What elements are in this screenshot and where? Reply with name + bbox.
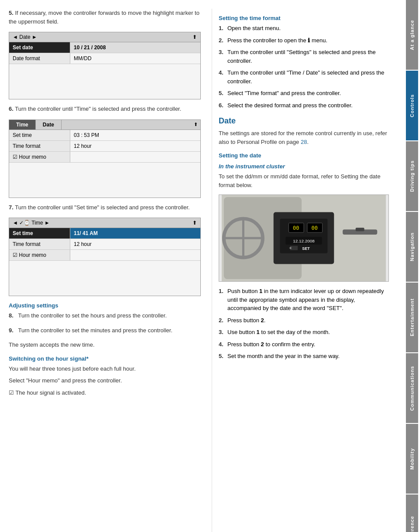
switching-text: You will hear three tones just before ea… [9, 365, 201, 373]
sidebar-tab-entertainment[interactable]: Entertainment [406, 283, 418, 352]
svg-text:00: 00 [293, 225, 299, 231]
mockup2-row-2: Time format 12 hour [9, 141, 200, 152]
tf-step-5-text: Select "Time format" and press the contr… [227, 89, 341, 98]
mockup3-row3-left: ☑ Hour memo [9, 250, 70, 260]
mockup3-row2-left: Time format [9, 239, 70, 249]
tf-step-6-text: Select the desired format and press the … [227, 101, 353, 110]
tf-step-4: 4. Turn the controller until "Time / Dat… [219, 68, 389, 85]
mockup1-row1-left: Set date [9, 42, 70, 53]
mockup2-empty [9, 163, 200, 198]
mockup1-row-2: Date format MM/DD [9, 53, 200, 64]
cs-step-1: 1. Push button 1 in the turn indicator l… [219, 287, 389, 313]
adjusting-heading: Adjusting settings [9, 302, 201, 309]
svg-text:12.12.2008: 12.12.2008 [293, 239, 315, 243]
sidebar-tab-mobility[interactable]: Mobility [406, 424, 418, 494]
tf-step-6: 6. Select the desired format and press t… [219, 101, 389, 110]
tf-step-3-num: 3. [219, 48, 227, 65]
date-text: The settings are stored for the remote c… [219, 129, 389, 146]
mockup1-empty [9, 64, 200, 99]
cs-step-5-num: 5. [219, 352, 227, 361]
sidebar-tab-navigation[interactable]: Navigation [406, 212, 418, 282]
step-9-number: 9. [9, 327, 14, 334]
mockup2-row3-left: ☑ Hour memo [9, 152, 70, 162]
cs-step-4-text: Press button 2 to confirm the entry. [227, 340, 315, 349]
sidebar-tab-communications[interactable]: Communications [406, 353, 418, 423]
date-text2: . [307, 139, 309, 145]
mockup2-row1-left: Set time [9, 130, 70, 140]
step-7-number: 7. [9, 204, 14, 211]
svg-text:00: 00 [312, 225, 318, 231]
mockup3-row-1: Set time 11/ 41 AM [9, 228, 200, 239]
tf-step-4-text: Turn the controller until "Time / Date" … [227, 68, 389, 85]
mockup2-row1-right: 03 : 53 PM [70, 130, 200, 140]
step-9-text: Turn the controller to set the minutes a… [18, 327, 172, 334]
svg-rect-17 [356, 228, 364, 231]
cluster-steps: 1. Push button 1 in the turn indicator l… [219, 287, 389, 361]
mockup2-row2-right: 12 hour [70, 141, 200, 151]
step-6: 6. Turn the controller until "Time" is s… [9, 105, 201, 113]
cluster-text: To set the dd/mm or mm/dd date format, r… [219, 172, 389, 189]
tf-step-5: 5. Select "Time format" and press the co… [219, 89, 389, 98]
step-6-number: 6. [9, 106, 14, 112]
cs-step-1-num: 1. [219, 287, 227, 313]
mockup2-row-1: Set time 03 : 53 PM [9, 130, 200, 141]
mockup3-title: ◄ ✓⌚ Time ► [13, 220, 50, 226]
page-container: 5. If necessary, move the controller for… [0, 0, 419, 532]
sidebar-tab-reference[interactable]: Reference [406, 494, 418, 532]
sidebar-tab-at-glance[interactable]: At a glance [406, 0, 418, 70]
mockup2-row2-left: Time format [9, 141, 70, 151]
tf-step-1-num: 1. [219, 24, 227, 33]
date-mockup-1: ◄ Date ► ⬆ Set date 10 / 21 / 2008 Date … [9, 32, 201, 99]
mockup3-icon: ⬆ [192, 220, 197, 226]
set-time-mockup: ◄ ✓⌚ Time ► ⬆ Set time 11/ 41 AM Time fo… [9, 218, 201, 296]
mockup1-row1-right: 10 / 21 / 2008 [70, 42, 200, 53]
cs-step-2-text: Press button 2. [227, 316, 265, 325]
activated-text: ☑ The hour signal is activated. [9, 389, 201, 397]
main-content: 5. If necessary, move the controller for… [0, 0, 406, 532]
left-column: 5. If necessary, move the controller for… [9, 9, 210, 532]
mockup3-header: ◄ ✓⌚ Time ► ⬆ [9, 218, 200, 228]
tf-step-3-text: Turn the controller until "Settings" is … [227, 48, 389, 65]
tf-step-3: 3. Turn the controller until "Settings" … [219, 48, 389, 65]
step-5-text: If necessary, move the controller forwar… [9, 10, 199, 25]
cs-step-4: 4. Press button 2 to confirm the entry. [219, 340, 389, 349]
sidebar: At a glance Controls Driving tips Naviga… [406, 0, 419, 532]
mockup3-row-2: Time format 12 hour [9, 239, 200, 250]
mockup1-title: ◄ Date ► [13, 34, 37, 40]
mockup1-row2-right: MM/DD [70, 53, 200, 64]
step-8-text: Turn the controller to set the hours and… [18, 312, 167, 319]
system-note: The system accepts the new time. [9, 341, 201, 349]
step-8: 8. Turn the controller to set the hours … [9, 311, 201, 320]
sidebar-tab-driving[interactable]: Driving tips [406, 141, 418, 211]
step-6-text: Turn the controller until "Time" is sele… [15, 106, 181, 112]
step-7: 7. Turn the controller until "Set time" … [9, 203, 201, 212]
mockup2-tabs: Time Date ⬆ [9, 120, 200, 130]
cs-step-3: 3. Use button 1 to set the day of the mo… [219, 328, 389, 337]
svg-text:SET: SET [302, 246, 310, 251]
tf-step-1: 1. Open the start menu. [219, 24, 389, 33]
mockup3-row3-right [70, 250, 200, 260]
column-divider [212, 9, 212, 532]
tf-step-2-text: Press the controller to open the ℹ menu. [227, 36, 327, 45]
cs-step-5-text: Set the month and the year in the same w… [227, 352, 340, 361]
date-heading: Date [219, 116, 389, 126]
mockup2-row-3: ☑ Hour memo [9, 152, 200, 163]
time-format-heading: Setting the time format [219, 15, 389, 21]
tf-step-5-num: 5. [219, 89, 227, 98]
setting-date-heading: Setting the date [219, 152, 389, 159]
mockup2-tab-date: Date [36, 120, 62, 130]
date-page-link[interactable]: 28 [301, 139, 307, 145]
mockup2-icon: ⬆ [191, 120, 200, 130]
time-date-mockup: Time Date ⬆ Set time 03 : 53 PM Time for… [9, 119, 201, 198]
step-9: 9. Turn the controller to set the minute… [9, 326, 201, 335]
in-cluster-heading: In the instrument cluster [219, 163, 389, 170]
mockup3-empty [9, 261, 200, 296]
sidebar-tab-controls[interactable]: Controls [406, 71, 418, 140]
cs-step-3-text: Use button 1 to set the day of the month… [227, 328, 330, 337]
cs-step-2: 2. Press button 2. [219, 316, 389, 325]
mockup2-row3-right [70, 152, 200, 162]
step-8-number: 8. [9, 312, 14, 319]
cs-step-4-num: 4. [219, 340, 227, 349]
mockup3-row-3: ☑ Hour memo [9, 250, 200, 261]
right-column: Setting the time format 1. Open the star… [214, 9, 393, 532]
